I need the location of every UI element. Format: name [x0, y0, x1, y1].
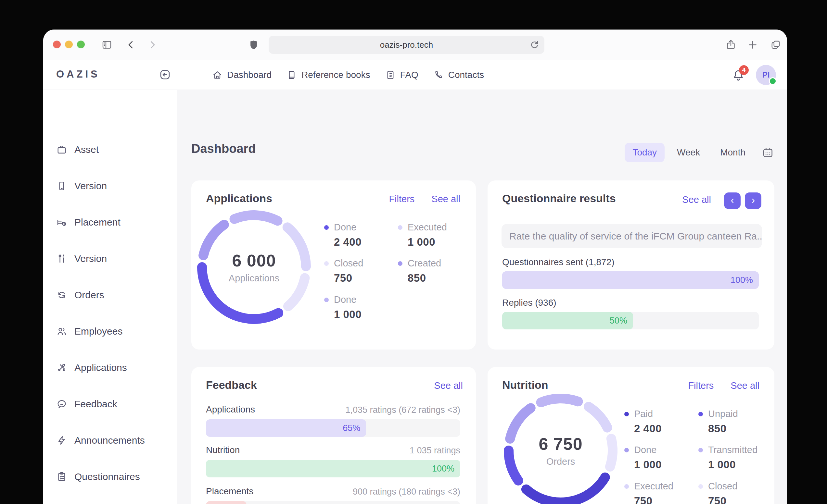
screenshot-stage: oazis-pro.tech OAZIS [0, 0, 827, 504]
nutrition-card: Nutrition Filters See all 6 750 Orders P… [488, 367, 774, 504]
donut-center-text: 6 750 Orders [539, 434, 582, 467]
url-text: oazis-pro.tech [380, 40, 433, 50]
progress-fill: 50% [502, 312, 633, 329]
sidebar-toggle-icon[interactable] [101, 39, 113, 51]
sidebar-item-applications[interactable]: Applications [43, 349, 177, 386]
sidebar-item-orders[interactable]: Orders [43, 277, 177, 313]
tab-overview-icon[interactable] [770, 39, 782, 51]
bed-icon [56, 217, 67, 228]
book-icon [287, 70, 297, 80]
phone-icon [433, 70, 444, 80]
questionnaire-results-card: Questionnaire results See all Rate the q… [488, 180, 774, 349]
period-tab-today[interactable]: Today [625, 143, 665, 162]
new-tab-icon[interactable] [747, 39, 759, 51]
legend-item: Executed 1 000 [398, 222, 447, 248]
sidebar-item-placement[interactable]: Placement [43, 204, 177, 240]
bar-label: Replies (936) [502, 297, 556, 308]
progress-percent: 100% [731, 271, 753, 289]
minimize-window-button[interactable] [65, 41, 73, 48]
card-title: Feedback [206, 379, 257, 391]
nav-item-faq[interactable]: FAQ [385, 70, 419, 80]
filters-link[interactable]: Filters [389, 194, 415, 205]
online-status-dot [769, 77, 777, 85]
browser-toolbar: oazis-pro.tech [43, 30, 787, 60]
sidebar-item-version[interactable]: Version [43, 168, 177, 204]
collapse-sidebar-icon[interactable] [159, 68, 171, 81]
progress-track: 20% [206, 501, 460, 504]
feedback-row-label: Nutrition [206, 445, 240, 455]
legend-item: Unpaid 850 [698, 408, 738, 435]
clipboard-check-icon [56, 471, 67, 482]
legend-item: Done 1 000 [324, 294, 361, 321]
legend-item: Transmitted 1 000 [698, 445, 758, 471]
forward-button[interactable] [146, 39, 158, 51]
nav-label: Reference books [301, 70, 370, 80]
notification-badge: 4 [739, 65, 749, 75]
progress-fill: 20% [206, 501, 247, 504]
nav-item-reference-books[interactable]: Reference books [287, 70, 370, 80]
reload-icon[interactable] [529, 39, 540, 51]
progress-percent: 50% [610, 312, 627, 329]
cutlery-icon [56, 253, 67, 264]
progress-fill: 100% [502, 271, 759, 289]
main-content: Dashboard Today Week Month Applications [177, 90, 787, 504]
questionnaire-question-field[interactable]: Rate the quality of service of the iFCM … [501, 224, 762, 248]
see-all-link[interactable]: See all [431, 194, 460, 205]
app-logo[interactable]: OAZIS [56, 68, 100, 80]
nav-item-contacts[interactable]: Contacts [433, 70, 484, 80]
app-header: OAZIS Dashboard Reference books [43, 60, 787, 90]
period-tab-week[interactable]: Week [669, 143, 708, 162]
card-title: Questionnaire results [502, 192, 616, 205]
legend-dot [398, 225, 402, 230]
zoom-window-button[interactable] [77, 41, 85, 48]
address-bar[interactable]: oazis-pro.tech [269, 36, 544, 54]
calendar-icon[interactable] [762, 146, 774, 159]
period-tab-month[interactable]: Month [712, 143, 753, 162]
legend-dot [698, 484, 703, 489]
home-icon [212, 70, 223, 80]
close-window-button[interactable] [53, 41, 61, 48]
legend-dot [624, 412, 629, 416]
sidebar-item-questionnaires[interactable]: Questionnaires [43, 459, 177, 495]
refresh-icon [56, 289, 67, 300]
progress-fill: 65% [206, 419, 366, 437]
see-all-link[interactable]: See all [682, 194, 711, 205]
legend-item: Closed 750 [698, 481, 737, 504]
briefcase-icon [56, 144, 67, 155]
card-title: Applications [206, 192, 272, 205]
back-button[interactable] [125, 39, 137, 51]
legend-item: Closed 750 [324, 258, 363, 284]
filters-link[interactable]: Filters [688, 380, 714, 391]
legend-item: Executed 750 [624, 481, 673, 504]
sidebar-item-employees[interactable]: Employees [43, 313, 177, 349]
progress-track: 65% [206, 419, 460, 437]
avatar[interactable]: PI [756, 65, 776, 85]
see-all-link[interactable]: See all [731, 380, 760, 391]
header-right: 4 PI [732, 60, 776, 90]
users-icon [56, 326, 67, 337]
tools-icon [56, 362, 67, 373]
sidebar-item-feedback[interactable]: Feedback [43, 386, 177, 422]
sidebar-item-asset[interactable]: Asset [43, 131, 177, 168]
privacy-shield-icon[interactable] [248, 39, 259, 51]
see-all-link[interactable]: See all [434, 380, 463, 391]
share-icon[interactable] [725, 39, 737, 51]
nav-label: FAQ [400, 70, 419, 80]
nav-item-dashboard[interactable]: Dashboard [212, 70, 272, 80]
next-questionnaire-button[interactable] [745, 192, 762, 209]
legend-dot [398, 261, 402, 266]
legend-item: Done 2 400 [324, 222, 361, 248]
avatar-initials: PI [762, 70, 770, 79]
sidebar-item-announcements[interactable]: Announcements [43, 422, 177, 459]
legend-item: Paid 2 400 [624, 408, 662, 435]
chat-bubble-icon [56, 398, 67, 409]
bar-label: Questionnaires sent (1,872) [502, 257, 615, 267]
legend-dot [324, 261, 329, 266]
sidebar-item-version-2[interactable]: Version [43, 240, 177, 277]
prev-questionnaire-button[interactable] [724, 192, 741, 209]
notifications-button[interactable]: 4 [732, 68, 745, 81]
legend-dot [624, 448, 629, 452]
card-title: Nutrition [502, 379, 548, 391]
progress-track: 100% [502, 271, 759, 289]
progress-track: 100% [206, 460, 460, 478]
